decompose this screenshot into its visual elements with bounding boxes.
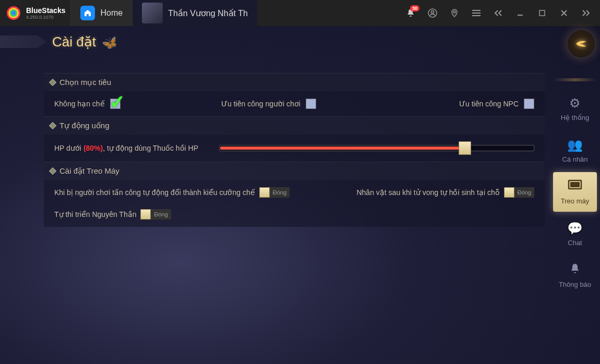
svg-point-5: [431, 11, 434, 14]
sidebar-label-chat: Chat: [568, 239, 582, 247]
chevrons-right-icon[interactable]: [576, 3, 596, 23]
toggle-revive[interactable]: Đóng: [504, 187, 534, 198]
settings-panel: Chọn mục tiêu Không hạn chế ✓ Ưu tiên cô…: [44, 73, 545, 227]
toggle-nguyenthan-state: Đóng: [151, 209, 171, 220]
sidebar-item-chat[interactable]: 💬 Chat: [553, 214, 597, 253]
location-icon[interactable]: [445, 3, 464, 23]
tab-home[interactable]: Home: [70, 0, 132, 26]
tab-home-label: Home: [100, 8, 123, 18]
sidebar-divider: [553, 78, 597, 81]
bluestacks-name: BlueStacks: [26, 6, 65, 15]
svg-point-6: [453, 11, 455, 13]
section-header-target: Chọn mục tiêu: [44, 73, 545, 91]
diamond-icon: [49, 122, 56, 129]
bluestacks-topbar: BlueStacks 4.250.0.1070 Home Thần Vương …: [0, 0, 600, 26]
header-decoration: [0, 31, 47, 52]
opt-revive-label: Nhân vật sau khi tử vong tự hồi sinh tại…: [356, 188, 499, 197]
diamond-icon: [49, 79, 56, 86]
notification-badge: 38: [410, 5, 419, 11]
sidebar-item-system[interactable]: ⚙ Hệ thống: [553, 89, 597, 128]
sidebar-label-afk: Treo máy: [561, 197, 589, 205]
hp-slider[interactable]: [219, 145, 534, 151]
checkbox-unlimited[interactable]: ✓: [110, 99, 121, 109]
sidebar-label-personal: Cá nhân: [562, 155, 587, 163]
toggle-forced[interactable]: Đóng: [259, 187, 290, 198]
close-window-icon[interactable]: [554, 3, 574, 23]
chevrons-left-icon[interactable]: [488, 3, 508, 23]
chat-icon: 💬: [567, 221, 583, 236]
section-body-potion: HP dưới (80%), tự động dùng Thuốc hồi HP: [44, 135, 545, 162]
menu-icon[interactable]: [466, 3, 486, 23]
section-header-afk: Cài đặt Treo Máy: [44, 162, 545, 180]
svg-rect-7: [539, 10, 545, 16]
opt-pvp-label: Ưu tiên công người chơi: [221, 100, 301, 108]
opt-forced-label: Khi bị người chơi tấn công tự động đổi t…: [54, 188, 255, 197]
tab-game-label: Thần Vương Nhất Th: [168, 8, 248, 18]
sidebar-item-afk[interactable]: Treo máy: [553, 172, 597, 212]
opt-unlimited-label: Không hạn chế: [54, 100, 105, 108]
section-title-potion: Tự động uống: [59, 121, 110, 130]
people-icon: 👥: [567, 138, 583, 152]
game-thumb-icon: [142, 3, 163, 23]
section-title-target: Chọn mục tiêu: [59, 78, 111, 87]
toggle-knob: [504, 187, 514, 198]
minimize-icon[interactable]: [510, 3, 530, 23]
settings-title: Cài đặt: [52, 34, 96, 50]
opt-nguyenthan-label: Tự thi triển Nguyên Thần: [54, 210, 136, 219]
svg-point-3: [11, 11, 16, 15]
section-header-potion: Tự động uống: [44, 116, 545, 135]
home-icon: [80, 6, 95, 20]
opt-npc-label: Ưu tiên công NPC: [459, 100, 519, 108]
sidebar-label-system: Hệ thống: [561, 114, 589, 122]
slider-fill: [220, 147, 465, 150]
monitor-icon: [568, 179, 582, 194]
toggle-forced-state: Đóng: [270, 187, 290, 198]
sidebar-label-notify: Thông báo: [559, 281, 591, 288]
gears-icon: ⚙: [569, 96, 581, 111]
notifications-icon[interactable]: 38: [401, 3, 421, 23]
close-settings-button[interactable]: [568, 30, 595, 57]
tab-game[interactable]: Thần Vương Nhất Th: [132, 0, 257, 26]
bell-icon: [570, 263, 580, 277]
bluestacks-logo: BlueStacks 4.250.0.1070: [0, 5, 70, 21]
sidebar-item-notify[interactable]: Thông báo: [553, 256, 597, 295]
section-body-target: Không hạn chế ✓ Ưu tiên công người chơi …: [44, 91, 545, 116]
settings-header: Cài đặt 🦋: [0, 31, 96, 52]
toggle-revive-state: Đóng: [514, 187, 534, 198]
toggle-knob: [259, 187, 270, 198]
bluestacks-logo-icon: [5, 5, 22, 21]
checkbox-npc[interactable]: [524, 99, 534, 109]
settings-sidebar: ⚙ Hệ thống 👥 Cá nhân Treo máy 💬 Chat Thô…: [553, 78, 597, 295]
slider-thumb[interactable]: [459, 141, 471, 155]
section-title-afk: Cài đặt Treo Máy: [59, 166, 119, 176]
toggle-nguyenthan[interactable]: Đóng: [140, 209, 171, 220]
afk-row-1: Khi bị người chơi tấn công tự động đổi t…: [44, 180, 545, 205]
hp-percent-value: (80%): [83, 144, 103, 152]
toggle-knob: [140, 209, 151, 220]
maximize-icon[interactable]: [532, 3, 552, 23]
bluestacks-version: 4.250.0.1070: [26, 15, 65, 20]
hp-slider-label: HP dưới (80%), tự động dùng Thuốc hồi HP: [54, 144, 198, 152]
sidebar-item-personal[interactable]: 👥 Cá nhân: [553, 130, 597, 170]
game-viewport: Cài đặt 🦋 Chọn mục tiêu Không hạn chế ✓ …: [0, 26, 600, 364]
checkbox-pvp[interactable]: [306, 99, 316, 109]
account-icon[interactable]: [423, 3, 442, 23]
checkmark-icon: ✓: [110, 91, 125, 113]
svg-rect-9: [570, 182, 580, 187]
diamond-icon: [49, 167, 56, 175]
butterfly-icon: 🦋: [100, 34, 119, 52]
afk-row-2: Tự thi triển Nguyên Thần Đóng: [44, 205, 545, 227]
